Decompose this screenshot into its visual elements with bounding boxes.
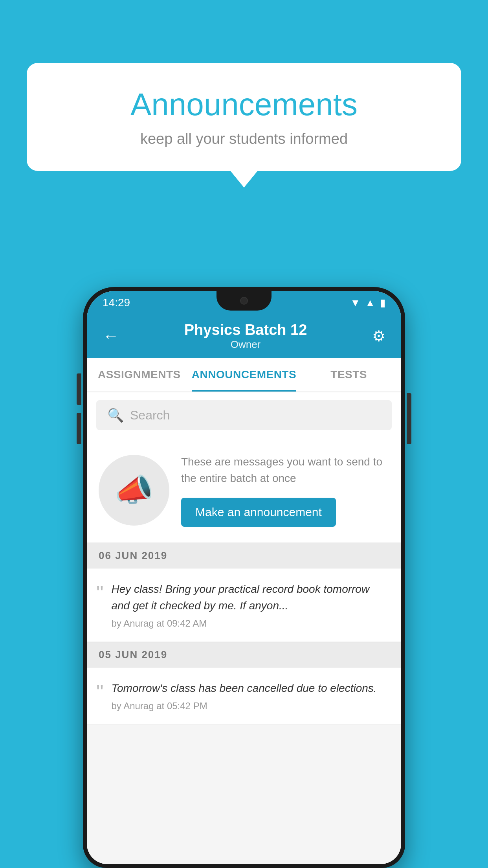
- announcement-meta-2: by Anurag at 05:42 PM: [111, 701, 376, 712]
- announcement-text-2: Tomorrow's class has been cancelled due …: [111, 680, 376, 697]
- speech-bubble: Announcements keep all your students inf…: [27, 63, 461, 171]
- power-button: [407, 393, 411, 444]
- quote-icon-1: ": [96, 583, 103, 603]
- app-bar-subtitle: Owner: [123, 338, 368, 351]
- app-bar: ← Physics Batch 12 Owner ⚙: [87, 314, 401, 358]
- volume-up-button: [77, 373, 81, 405]
- promo-card: 📣 These are messages you want to send to…: [87, 438, 401, 543]
- phone-outer-shell: 14:29 ▼ ▲ ▮ ← Physics Batch 12 Owner ⚙: [83, 287, 405, 868]
- status-icons: ▼ ▲ ▮: [350, 297, 385, 309]
- front-camera: [240, 297, 248, 305]
- speech-bubble-subtitle: keep all your students informed: [58, 131, 430, 147]
- promo-description: These are messages you want to send to t…: [181, 454, 389, 487]
- phone-device: 14:29 ▼ ▲ ▮ ← Physics Batch 12 Owner ⚙: [83, 287, 405, 868]
- tabs-bar: ASSIGNMENTS ANNOUNCEMENTS TESTS: [87, 358, 401, 392]
- announcement-content-2: Tomorrow's class has been cancelled due …: [111, 680, 376, 712]
- signal-icon: ▲: [365, 297, 375, 309]
- speech-bubble-title: Announcements: [58, 86, 430, 123]
- app-bar-title-area: Physics Batch 12 Owner: [123, 322, 368, 351]
- app-bar-title: Physics Batch 12: [123, 322, 368, 338]
- search-placeholder: Search: [130, 408, 170, 423]
- tab-assignments[interactable]: ASSIGNMENTS: [87, 358, 192, 392]
- tab-tests[interactable]: TESTS: [296, 358, 401, 392]
- battery-icon: ▮: [380, 297, 385, 309]
- date-separator-2: 05 JUN 2019: [87, 642, 401, 668]
- status-time: 14:29: [103, 296, 130, 309]
- megaphone-icon: 📣: [114, 472, 154, 509]
- back-button[interactable]: ←: [99, 323, 123, 349]
- search-bar-container: 🔍 Search: [87, 392, 401, 438]
- search-bar[interactable]: 🔍 Search: [96, 400, 392, 430]
- announcement-content-1: Hey class! Bring your practical record b…: [111, 581, 389, 629]
- content-area: 🔍 Search 📣 These are messages you want t…: [87, 392, 401, 864]
- speech-bubble-section: Announcements keep all your students inf…: [27, 63, 461, 171]
- wifi-icon: ▼: [350, 297, 361, 309]
- status-bar: 14:29 ▼ ▲ ▮: [87, 291, 401, 314]
- announcement-item-1[interactable]: " Hey class! Bring your practical record…: [87, 568, 401, 642]
- quote-icon-2: ": [96, 682, 103, 702]
- date-separator-1: 06 JUN 2019: [87, 543, 401, 568]
- announcement-item-2[interactable]: " Tomorrow's class has been cancelled du…: [87, 668, 401, 725]
- settings-button[interactable]: ⚙: [368, 324, 389, 349]
- announcement-text-1: Hey class! Bring your practical record b…: [111, 581, 389, 614]
- phone-notch: [216, 291, 272, 311]
- announcement-meta-1: by Anurag at 09:42 AM: [111, 618, 389, 629]
- phone-screen: 14:29 ▼ ▲ ▮ ← Physics Batch 12 Owner ⚙: [87, 291, 401, 864]
- promo-right: These are messages you want to send to t…: [181, 454, 389, 527]
- promo-icon-circle: 📣: [99, 455, 169, 526]
- volume-down-button: [77, 413, 81, 444]
- search-icon: 🔍: [107, 407, 124, 423]
- tab-announcements[interactable]: ANNOUNCEMENTS: [192, 358, 297, 392]
- make-announcement-button[interactable]: Make an announcement: [181, 498, 336, 527]
